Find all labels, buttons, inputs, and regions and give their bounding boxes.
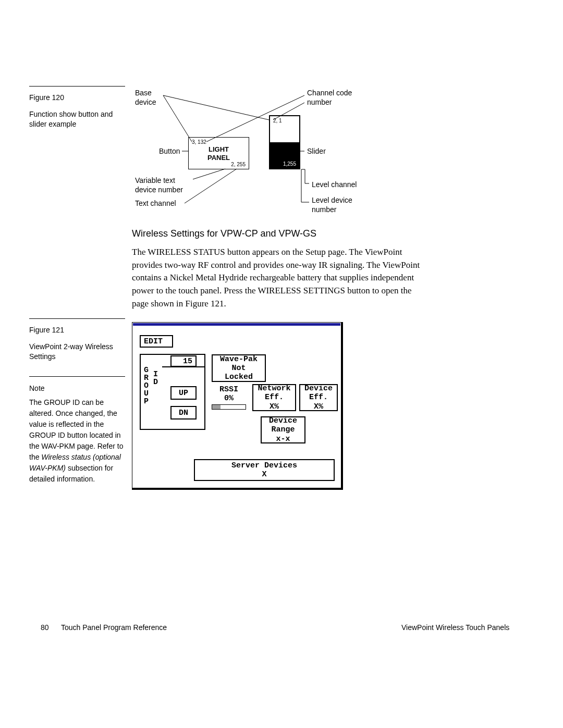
footer-page-number: 80 bbox=[41, 623, 49, 632]
id-vertical-label: ID bbox=[153, 371, 158, 386]
rule-fig120 bbox=[29, 86, 125, 87]
edit-button[interactable]: EDIT bbox=[140, 335, 173, 348]
ui-titlebar bbox=[133, 323, 340, 326]
fig120-text: Function show button and slider example bbox=[29, 110, 113, 129]
label-variable-text: Variable text device number bbox=[135, 176, 183, 194]
label-level-channel: Level channel bbox=[312, 180, 357, 190]
note-body-prefix: The GROUP ID can be altered. Once change… bbox=[29, 398, 124, 461]
rssi-label: RSSI 0% bbox=[212, 385, 246, 403]
light-code-br: 2, 255 bbox=[231, 162, 246, 167]
section-heading: Wireless Settings for VPW-CP and VPW-GS bbox=[132, 228, 316, 239]
slider-code-top: 2, 1 bbox=[273, 118, 282, 124]
wireless-settings-panel: EDIT GROUP ID 15 UP DN Wave-Pak Not Lock… bbox=[132, 322, 343, 490]
fig120-number: Figure 120 bbox=[29, 93, 126, 103]
light-code-tl: 3, 132 bbox=[192, 139, 206, 145]
wavepak-status: Wave-Pak Not Locked bbox=[212, 354, 266, 382]
light-panel-box: 3, 132 LIGHT PANEL 2, 255 bbox=[188, 137, 249, 169]
label-text-channel: Text channel bbox=[135, 199, 176, 208]
rule-fig121 bbox=[29, 318, 125, 319]
device-range-box: Device Range x-x bbox=[261, 416, 305, 443]
page: Figure 120 Function show button and slid… bbox=[0, 0, 563, 728]
rule-note bbox=[29, 376, 125, 377]
rssi-block: RSSI 0% bbox=[212, 385, 246, 410]
group-dn-button[interactable]: DN bbox=[170, 406, 197, 419]
svg-line-0 bbox=[163, 95, 269, 120]
network-eff-box: Network Eff. X% bbox=[252, 384, 296, 411]
note-body: The GROUP ID can be altered. Once change… bbox=[29, 397, 126, 485]
label-base-device: Base device bbox=[135, 89, 156, 107]
fig121-text: ViewPoint 2-way Wireless Settings bbox=[29, 342, 113, 361]
footer-right: ViewPoint Wireless Touch Panels bbox=[401, 623, 509, 632]
group-divider bbox=[162, 366, 205, 367]
server-devices-box: Server Devices X bbox=[194, 459, 335, 481]
slider-box: 2, 1 1,255 bbox=[269, 115, 300, 169]
rssi-bar-fill bbox=[212, 405, 221, 409]
fig120-caption: Figure 120 Function show button and slid… bbox=[29, 93, 126, 130]
group-up-button[interactable]: UP bbox=[170, 386, 197, 400]
group-vertical-label: GROUP bbox=[144, 366, 149, 405]
fig121-caption: Figure 121 ViewPoint 2-way Wireless Sett… bbox=[29, 325, 126, 362]
svg-line-6 bbox=[193, 169, 225, 179]
light-title: LIGHT PANEL bbox=[189, 145, 249, 162]
body-paragraph: The WIRELESS STATUS button appears on th… bbox=[132, 246, 424, 310]
label-button: Button bbox=[159, 147, 180, 156]
note-title: Note bbox=[29, 384, 45, 392]
svg-line-1 bbox=[163, 95, 192, 142]
device-eff-box: Device Eff. X% bbox=[299, 384, 338, 411]
label-slider: Slider bbox=[307, 147, 326, 156]
label-channel-code: Channel code number bbox=[307, 89, 352, 107]
footer-left: Touch Panel Program Reference bbox=[61, 623, 167, 632]
group-id-value: 15 bbox=[170, 355, 197, 367]
fig121-number: Figure 121 bbox=[29, 325, 126, 336]
svg-line-7 bbox=[185, 169, 237, 203]
slider-code-bot: 1,255 bbox=[283, 161, 296, 167]
label-level-device: Level device number bbox=[312, 196, 352, 214]
